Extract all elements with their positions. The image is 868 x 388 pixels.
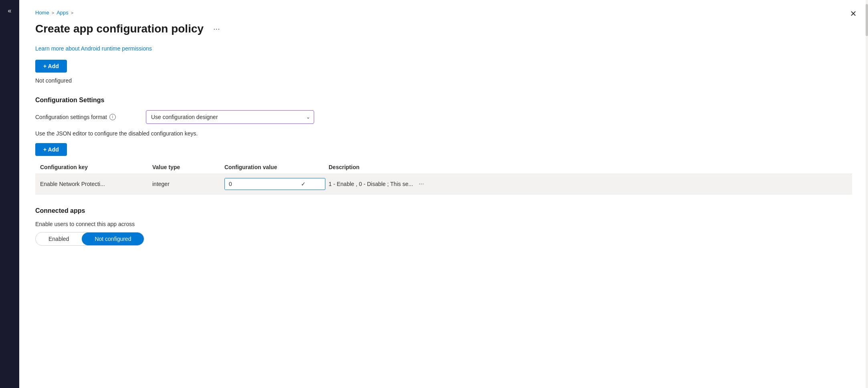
breadcrumb-separator-1: > [52,10,54,15]
helper-text: Use the JSON editor to configure the dis… [35,130,852,137]
format-info-icon[interactable]: i [109,114,116,120]
toggle-not-configured-button[interactable]: Not configured [82,232,144,245]
col-header-description: Description [329,164,847,170]
sidebar: « [0,0,19,388]
more-options-button[interactable]: ··· [210,22,223,35]
format-label: Configuration settings format i [35,114,139,120]
close-button[interactable]: ✕ [847,8,860,19]
table-header-row: Configuration key Value type Configurati… [35,161,852,174]
col-header-key: Configuration key [40,164,152,170]
format-dropdown-wrapper: Use configuration designer Enter JSON da… [146,110,314,124]
cell-description: 1 - Enable , 0 - Disable ; This se... ··… [329,180,847,188]
configuration-table: Configuration key Value type Configurati… [35,161,852,194]
learn-more-link[interactable]: Learn more about Android runtime permiss… [35,45,152,52]
breadcrumb-apps[interactable]: Apps [57,10,69,16]
main-content: ✕ Home > Apps > Create app configuration… [19,0,868,388]
configuration-settings-title: Configuration Settings [35,97,852,104]
connected-apps-section: Connected apps Enable users to connect t… [35,207,852,246]
permissions-add-button[interactable]: + Add [35,60,67,73]
config-add-button[interactable]: + Add [35,143,67,156]
connected-apps-toggle: Enabled Not configured [35,232,144,246]
table-row: Enable Network Protecti... integer ✓ 1 -… [35,174,852,194]
page-title: Create app configuration policy [35,22,204,36]
breadcrumb: Home > Apps > [35,10,852,16]
breadcrumb-home[interactable]: Home [35,10,49,16]
format-row: Configuration settings format i Use conf… [35,110,852,124]
check-icon[interactable]: ✓ [297,178,310,190]
sidebar-collapse-button[interactable]: « [5,4,15,18]
scrollbar-track [866,0,868,388]
description-text: 1 - Enable , 0 - Disable ; This se... [329,181,413,187]
configuration-settings-section: Configuration Settings Configuration set… [35,97,852,194]
cell-key: Enable Network Protecti... [40,181,152,187]
cell-value-type: integer [152,181,224,187]
page-header: Create app configuration policy ··· [35,22,852,36]
config-value-input-wrapper: ✓ [224,178,325,190]
scrollbar-thumb[interactable] [866,4,868,36]
connected-apps-subtitle: Enable users to connect this app across [35,221,852,227]
breadcrumb-separator-2: > [71,10,73,15]
format-dropdown[interactable]: Use configuration designer Enter JSON da… [146,110,314,124]
format-label-text: Configuration settings format [35,114,107,120]
col-header-config-value: Configuration value [224,164,329,170]
config-value-input[interactable] [225,178,297,190]
cell-config-value: ✓ [224,178,329,190]
connected-apps-title: Connected apps [35,207,852,214]
col-header-value-type: Value type [152,164,224,170]
row-more-options-button[interactable]: ··· [416,180,426,188]
toggle-enabled-button[interactable]: Enabled [36,232,82,245]
panel: ✕ Home > Apps > Create app configuration… [19,0,868,388]
not-configured-text: Not configured [35,77,852,84]
